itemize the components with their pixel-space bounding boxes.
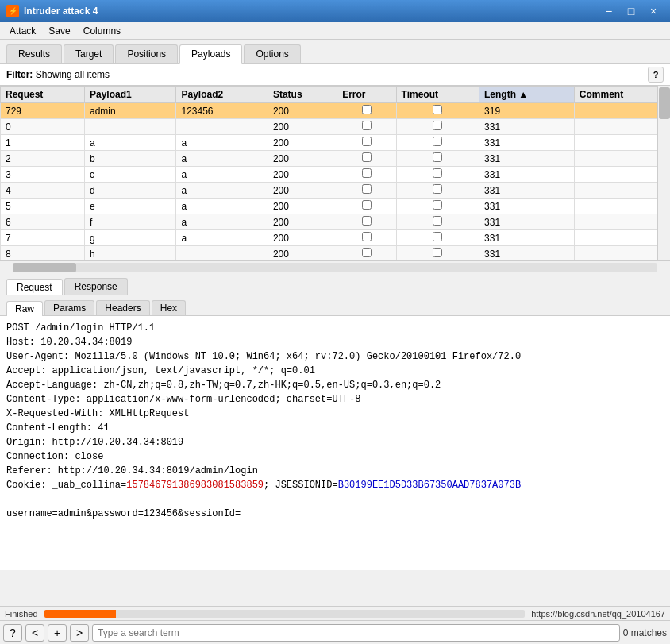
filter-bar: Filter: Showing all items ? — [0, 64, 670, 86]
col-payload2[interactable]: Payload2 — [176, 87, 268, 103]
col-payload1[interactable]: Payload1 — [85, 87, 176, 103]
col-timeout[interactable]: Timeout — [396, 87, 479, 103]
cell-payload1: c — [85, 167, 176, 183]
cell-error[interactable] — [337, 199, 396, 214]
cell-error[interactable] — [337, 167, 396, 183]
col-request[interactable]: Request — [1, 87, 85, 103]
cell-comment — [574, 151, 669, 167]
table-row[interactable]: 2 b a 200 331 — [1, 151, 670, 167]
menu-bar: Attack Save Columns — [0, 22, 670, 40]
horizontal-scrollbar[interactable] — [0, 260, 670, 273]
cell-comment — [574, 103, 669, 119]
table-row[interactable]: 5 e a 200 331 — [1, 199, 670, 214]
cell-length: 331 — [479, 230, 575, 246]
cell-payload1: g — [85, 230, 176, 246]
sub-tab-bar: Raw Params Headers Hex — [0, 295, 670, 316]
cell-timeout[interactable] — [396, 151, 479, 167]
table-row[interactable]: 729 admin 123456 200 319 — [1, 103, 670, 119]
prev-button[interactable]: < — [25, 624, 44, 642]
cell-status: 200 — [268, 103, 337, 119]
col-length[interactable]: Length ▲ — [479, 87, 575, 103]
cell-timeout[interactable] — [396, 135, 479, 151]
cell-error[interactable] — [337, 103, 396, 119]
cell-request: 5 — [1, 199, 85, 214]
cell-error[interactable] — [337, 151, 396, 167]
cell-payload2: a — [176, 167, 268, 183]
cell-payload1: admin — [85, 103, 176, 119]
cell-payload2 — [176, 246, 268, 261]
table-scrollbar[interactable] — [657, 86, 670, 260]
minimize-button[interactable]: − — [599, 3, 619, 19]
table-row[interactable]: 6 f a 200 331 — [1, 214, 670, 230]
cell-timeout[interactable] — [396, 214, 479, 230]
col-error[interactable]: Error — [337, 87, 396, 103]
close-button[interactable]: × — [643, 3, 664, 19]
col-status[interactable]: Status — [268, 87, 337, 103]
cell-payload2: a — [176, 230, 268, 246]
cell-status: 200 — [268, 214, 337, 230]
maximize-button[interactable]: □ — [621, 3, 641, 19]
cell-payload2 — [176, 119, 268, 135]
app-icon: ⚡ — [6, 5, 19, 17]
cell-request: 7 — [1, 230, 85, 246]
search-input[interactable] — [92, 624, 620, 642]
cell-comment — [574, 135, 669, 151]
table-scroll[interactable]: Request Payload1 Payload2 Status Error T… — [0, 86, 670, 260]
cell-comment — [574, 214, 669, 230]
filter-help-button[interactable]: ? — [648, 67, 664, 83]
cell-timeout[interactable] — [396, 103, 479, 119]
cell-error[interactable] — [337, 230, 396, 246]
menu-attack[interactable]: Attack — [3, 24, 42, 38]
status-progress — [44, 610, 526, 618]
results-table: Request Payload1 Payload2 Status Error T… — [0, 86, 670, 260]
cell-timeout[interactable] — [396, 119, 479, 135]
title-bar-left: ⚡ Intruder attack 4 — [6, 5, 98, 17]
cell-length: 331 — [479, 214, 575, 230]
cell-status: 200 — [268, 246, 337, 261]
tab-positions[interactable]: Positions — [115, 44, 178, 63]
tab-target[interactable]: Target — [64, 44, 114, 63]
cell-error[interactable] — [337, 214, 396, 230]
add-button[interactable]: + — [48, 624, 67, 642]
cell-request: 1 — [1, 135, 85, 151]
tab-payloads[interactable]: Payloads — [179, 44, 242, 64]
sub-tab-hex[interactable]: Hex — [152, 300, 186, 315]
table-row[interactable]: 3 c a 200 331 — [1, 167, 670, 183]
cell-timeout[interactable] — [396, 167, 479, 183]
tab-response[interactable]: Response — [64, 278, 128, 295]
col-comment[interactable]: Comment — [574, 87, 669, 103]
cell-error[interactable] — [337, 246, 396, 261]
menu-columns[interactable]: Columns — [77, 24, 127, 38]
cell-length: 331 — [479, 199, 575, 214]
table-row[interactable]: 8 h 200 331 — [1, 246, 670, 261]
tab-results[interactable]: Results — [6, 44, 62, 63]
cell-error[interactable] — [337, 135, 396, 151]
help-button[interactable]: ? — [3, 624, 22, 642]
sub-tab-raw[interactable]: Raw — [6, 301, 43, 316]
cell-error[interactable] — [337, 119, 396, 135]
cell-payload1: d — [85, 183, 176, 199]
title-bar: ⚡ Intruder attack 4 − □ × — [0, 0, 670, 22]
sub-tab-headers[interactable]: Headers — [96, 300, 149, 315]
table-row[interactable]: 7 g a 200 331 — [1, 230, 670, 246]
cell-payload1: b — [85, 151, 176, 167]
cell-status: 200 — [268, 199, 337, 214]
cell-timeout[interactable] — [396, 199, 479, 214]
menu-save[interactable]: Save — [42, 24, 76, 38]
cell-error[interactable] — [337, 183, 396, 199]
tab-options[interactable]: Options — [244, 44, 300, 63]
cell-timeout[interactable] — [396, 230, 479, 246]
table-row[interactable]: 1 a a 200 331 — [1, 135, 670, 151]
tab-request[interactable]: Request — [6, 279, 63, 295]
sub-tab-params[interactable]: Params — [44, 300, 94, 315]
cell-status: 200 — [268, 230, 337, 246]
cell-comment — [574, 167, 669, 183]
bottom-bar: ? < + > 0 matches — [0, 620, 670, 644]
request-body: POST /admin/login HTTP/1.1 Host: 10.20.3… — [0, 316, 670, 570]
table-row[interactable]: 4 d a 200 331 — [1, 183, 670, 199]
cell-request: 6 — [1, 214, 85, 230]
next-button[interactable]: > — [70, 624, 89, 642]
cell-timeout[interactable] — [396, 183, 479, 199]
table-row[interactable]: 0 200 331 — [1, 119, 670, 135]
cell-timeout[interactable] — [396, 246, 479, 261]
